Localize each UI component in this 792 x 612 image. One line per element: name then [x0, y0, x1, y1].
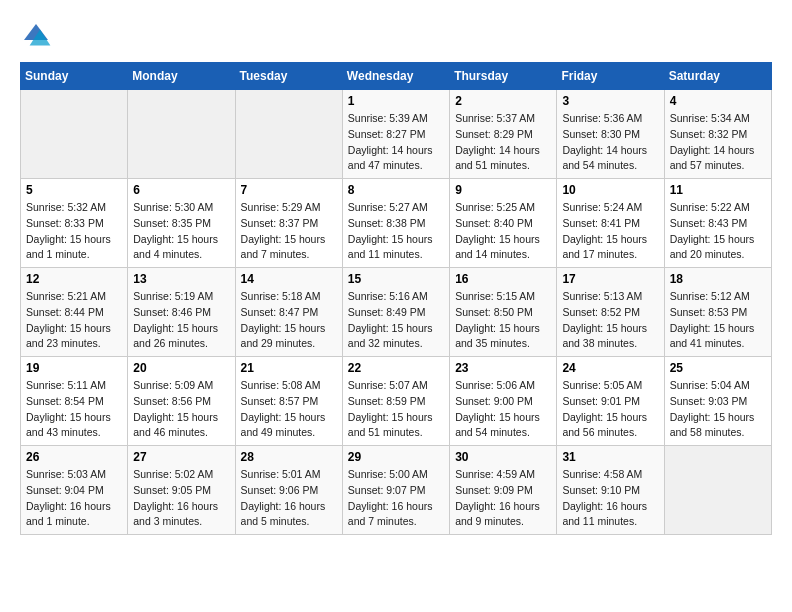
- day-info: Sunrise: 5:08 AMSunset: 8:57 PMDaylight:…: [241, 378, 337, 441]
- day-number: 12: [26, 272, 122, 286]
- day-info: Sunrise: 5:32 AMSunset: 8:33 PMDaylight:…: [26, 200, 122, 263]
- calendar-cell: 14Sunrise: 5:18 AMSunset: 8:47 PMDayligh…: [235, 268, 342, 357]
- page-header: [20, 20, 772, 52]
- logo: [20, 20, 56, 52]
- day-number: 14: [241, 272, 337, 286]
- calendar-cell: 28Sunrise: 5:01 AMSunset: 9:06 PMDayligh…: [235, 446, 342, 535]
- weekday-header-monday: Monday: [128, 63, 235, 90]
- day-info: Sunrise: 4:58 AMSunset: 9:10 PMDaylight:…: [562, 467, 658, 530]
- day-number: 25: [670, 361, 766, 375]
- week-row-1: 1Sunrise: 5:39 AMSunset: 8:27 PMDaylight…: [21, 90, 772, 179]
- day-info: Sunrise: 5:02 AMSunset: 9:05 PMDaylight:…: [133, 467, 229, 530]
- logo-icon: [20, 20, 52, 52]
- day-info: Sunrise: 5:27 AMSunset: 8:38 PMDaylight:…: [348, 200, 444, 263]
- calendar-cell: [128, 90, 235, 179]
- calendar-cell: 18Sunrise: 5:12 AMSunset: 8:53 PMDayligh…: [664, 268, 771, 357]
- week-row-3: 12Sunrise: 5:21 AMSunset: 8:44 PMDayligh…: [21, 268, 772, 357]
- calendar-cell: 2Sunrise: 5:37 AMSunset: 8:29 PMDaylight…: [450, 90, 557, 179]
- day-info: Sunrise: 5:09 AMSunset: 8:56 PMDaylight:…: [133, 378, 229, 441]
- calendar-cell: 21Sunrise: 5:08 AMSunset: 8:57 PMDayligh…: [235, 357, 342, 446]
- weekday-header-tuesday: Tuesday: [235, 63, 342, 90]
- calendar-cell: [664, 446, 771, 535]
- weekday-header-sunday: Sunday: [21, 63, 128, 90]
- day-number: 26: [26, 450, 122, 464]
- weekday-header-thursday: Thursday: [450, 63, 557, 90]
- day-number: 11: [670, 183, 766, 197]
- day-info: Sunrise: 5:03 AMSunset: 9:04 PMDaylight:…: [26, 467, 122, 530]
- day-number: 18: [670, 272, 766, 286]
- day-number: 1: [348, 94, 444, 108]
- weekday-header-row: SundayMondayTuesdayWednesdayThursdayFrid…: [21, 63, 772, 90]
- day-number: 7: [241, 183, 337, 197]
- day-number: 23: [455, 361, 551, 375]
- day-number: 24: [562, 361, 658, 375]
- day-info: Sunrise: 5:34 AMSunset: 8:32 PMDaylight:…: [670, 111, 766, 174]
- calendar-cell: 23Sunrise: 5:06 AMSunset: 9:00 PMDayligh…: [450, 357, 557, 446]
- day-number: 3: [562, 94, 658, 108]
- day-number: 30: [455, 450, 551, 464]
- day-info: Sunrise: 5:13 AMSunset: 8:52 PMDaylight:…: [562, 289, 658, 352]
- day-info: Sunrise: 5:37 AMSunset: 8:29 PMDaylight:…: [455, 111, 551, 174]
- calendar-cell: 8Sunrise: 5:27 AMSunset: 8:38 PMDaylight…: [342, 179, 449, 268]
- calendar-cell: 24Sunrise: 5:05 AMSunset: 9:01 PMDayligh…: [557, 357, 664, 446]
- calendar-cell: 22Sunrise: 5:07 AMSunset: 8:59 PMDayligh…: [342, 357, 449, 446]
- calendar-cell: 11Sunrise: 5:22 AMSunset: 8:43 PMDayligh…: [664, 179, 771, 268]
- day-number: 9: [455, 183, 551, 197]
- calendar-cell: 19Sunrise: 5:11 AMSunset: 8:54 PMDayligh…: [21, 357, 128, 446]
- calendar-cell: 29Sunrise: 5:00 AMSunset: 9:07 PMDayligh…: [342, 446, 449, 535]
- calendar-cell: 5Sunrise: 5:32 AMSunset: 8:33 PMDaylight…: [21, 179, 128, 268]
- day-number: 17: [562, 272, 658, 286]
- day-number: 6: [133, 183, 229, 197]
- day-info: Sunrise: 5:11 AMSunset: 8:54 PMDaylight:…: [26, 378, 122, 441]
- calendar-cell: 16Sunrise: 5:15 AMSunset: 8:50 PMDayligh…: [450, 268, 557, 357]
- calendar-cell: [235, 90, 342, 179]
- day-info: Sunrise: 5:07 AMSunset: 8:59 PMDaylight:…: [348, 378, 444, 441]
- calendar-cell: 3Sunrise: 5:36 AMSunset: 8:30 PMDaylight…: [557, 90, 664, 179]
- calendar-cell: 1Sunrise: 5:39 AMSunset: 8:27 PMDaylight…: [342, 90, 449, 179]
- day-number: 22: [348, 361, 444, 375]
- calendar-cell: 6Sunrise: 5:30 AMSunset: 8:35 PMDaylight…: [128, 179, 235, 268]
- calendar-cell: 15Sunrise: 5:16 AMSunset: 8:49 PMDayligh…: [342, 268, 449, 357]
- calendar-cell: 27Sunrise: 5:02 AMSunset: 9:05 PMDayligh…: [128, 446, 235, 535]
- calendar-cell: 26Sunrise: 5:03 AMSunset: 9:04 PMDayligh…: [21, 446, 128, 535]
- calendar-cell: 12Sunrise: 5:21 AMSunset: 8:44 PMDayligh…: [21, 268, 128, 357]
- calendar-table: SundayMondayTuesdayWednesdayThursdayFrid…: [20, 62, 772, 535]
- day-info: Sunrise: 5:05 AMSunset: 9:01 PMDaylight:…: [562, 378, 658, 441]
- calendar-cell: 10Sunrise: 5:24 AMSunset: 8:41 PMDayligh…: [557, 179, 664, 268]
- day-number: 10: [562, 183, 658, 197]
- day-info: Sunrise: 5:36 AMSunset: 8:30 PMDaylight:…: [562, 111, 658, 174]
- calendar-cell: 20Sunrise: 5:09 AMSunset: 8:56 PMDayligh…: [128, 357, 235, 446]
- day-info: Sunrise: 5:16 AMSunset: 8:49 PMDaylight:…: [348, 289, 444, 352]
- day-info: Sunrise: 5:24 AMSunset: 8:41 PMDaylight:…: [562, 200, 658, 263]
- day-number: 19: [26, 361, 122, 375]
- day-number: 4: [670, 94, 766, 108]
- day-number: 2: [455, 94, 551, 108]
- day-info: Sunrise: 5:21 AMSunset: 8:44 PMDaylight:…: [26, 289, 122, 352]
- day-number: 20: [133, 361, 229, 375]
- day-number: 27: [133, 450, 229, 464]
- day-info: Sunrise: 4:59 AMSunset: 9:09 PMDaylight:…: [455, 467, 551, 530]
- day-info: Sunrise: 5:25 AMSunset: 8:40 PMDaylight:…: [455, 200, 551, 263]
- weekday-header-saturday: Saturday: [664, 63, 771, 90]
- calendar-cell: 17Sunrise: 5:13 AMSunset: 8:52 PMDayligh…: [557, 268, 664, 357]
- calendar-cell: 25Sunrise: 5:04 AMSunset: 9:03 PMDayligh…: [664, 357, 771, 446]
- day-info: Sunrise: 5:01 AMSunset: 9:06 PMDaylight:…: [241, 467, 337, 530]
- day-info: Sunrise: 5:19 AMSunset: 8:46 PMDaylight:…: [133, 289, 229, 352]
- weekday-header-wednesday: Wednesday: [342, 63, 449, 90]
- day-info: Sunrise: 5:04 AMSunset: 9:03 PMDaylight:…: [670, 378, 766, 441]
- weekday-header-friday: Friday: [557, 63, 664, 90]
- calendar-cell: 7Sunrise: 5:29 AMSunset: 8:37 PMDaylight…: [235, 179, 342, 268]
- week-row-2: 5Sunrise: 5:32 AMSunset: 8:33 PMDaylight…: [21, 179, 772, 268]
- day-info: Sunrise: 5:22 AMSunset: 8:43 PMDaylight:…: [670, 200, 766, 263]
- day-number: 13: [133, 272, 229, 286]
- day-number: 28: [241, 450, 337, 464]
- calendar-cell: 4Sunrise: 5:34 AMSunset: 8:32 PMDaylight…: [664, 90, 771, 179]
- day-info: Sunrise: 5:29 AMSunset: 8:37 PMDaylight:…: [241, 200, 337, 263]
- day-number: 16: [455, 272, 551, 286]
- day-number: 15: [348, 272, 444, 286]
- day-info: Sunrise: 5:15 AMSunset: 8:50 PMDaylight:…: [455, 289, 551, 352]
- day-number: 29: [348, 450, 444, 464]
- week-row-4: 19Sunrise: 5:11 AMSunset: 8:54 PMDayligh…: [21, 357, 772, 446]
- day-info: Sunrise: 5:12 AMSunset: 8:53 PMDaylight:…: [670, 289, 766, 352]
- day-info: Sunrise: 5:00 AMSunset: 9:07 PMDaylight:…: [348, 467, 444, 530]
